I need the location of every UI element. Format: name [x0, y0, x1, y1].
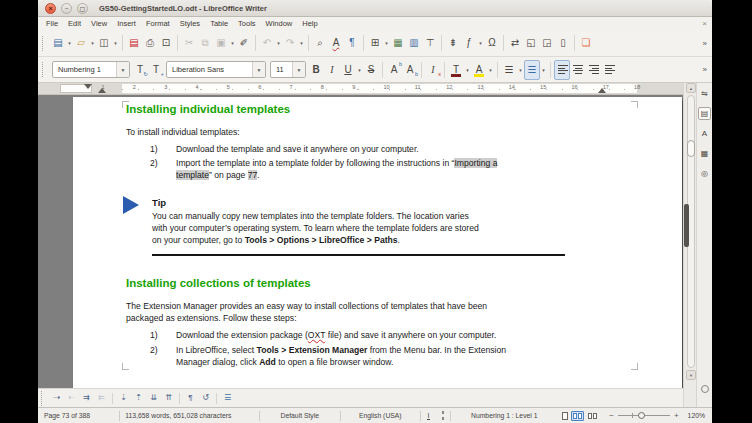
font-color-dropdown[interactable]: ▾ [464, 67, 471, 73]
sidebar-settings-icon[interactable]: ⇋ [698, 87, 711, 100]
save-dropdown[interactable]: ▾ [112, 40, 119, 46]
scroll-up-icon[interactable]: ▲ [686, 83, 696, 93]
paste-dropdown[interactable]: ▾ [229, 40, 236, 46]
menu-view[interactable]: View [86, 19, 112, 28]
formatting-marks-icon[interactable]: ¶ [344, 33, 360, 53]
styles-tab-icon[interactable]: A [698, 127, 711, 140]
unordered-list-dropdown[interactable]: ▾ [517, 67, 524, 73]
insert-table-icon[interactable]: ⊞ [367, 33, 383, 53]
scrollbar-thumb[interactable] [687, 140, 695, 157]
menu-help[interactable]: Help [297, 19, 322, 28]
heading-installing-collections-of-templates[interactable]: Installing collections of templates [126, 277, 311, 289]
titlebar[interactable]: × − ◻ GS50-GettingStartedLO.odt - LibreO… [38, 0, 712, 17]
page-break-icon[interactable]: ⇟ [445, 33, 461, 53]
open-dropdown[interactable]: ▾ [89, 40, 96, 46]
insert-field-icon[interactable]: ƒ [461, 33, 477, 53]
zoom-in-icon[interactable]: + [674, 412, 679, 420]
strikethrough-icon[interactable]: S [363, 60, 379, 80]
align-left-icon[interactable] [554, 60, 570, 80]
zoom-out-icon[interactable]: − [609, 412, 614, 420]
update-style-icon[interactable]: T↻ [132, 60, 148, 80]
insert-table-dropdown[interactable]: ▾ [383, 40, 390, 46]
insert-image-icon[interactable]: ▦ [390, 33, 406, 53]
insert-mode-indicator[interactable]: I [421, 412, 437, 419]
formatting-toolbar-overflow-button[interactable]: » [703, 65, 709, 74]
right-indent-marker[interactable] [598, 88, 606, 93]
page-number-indicator[interactable]: Page 73 of 388 [38, 412, 119, 419]
language-indicator[interactable]: English (USA) [341, 412, 420, 419]
menu-window[interactable]: Window [261, 19, 298, 28]
menu-edit[interactable]: Edit [63, 19, 86, 28]
demote-with-subpoints-icon[interactable]: ⇉ [79, 391, 94, 406]
toolbar-grip[interactable] [41, 391, 45, 406]
paragraph-style-combobox[interactable]: Numbering 1 ▼ [52, 61, 130, 78]
restart-numbering-icon[interactable]: ↺ [198, 391, 213, 406]
superscript-icon[interactable]: Ab [386, 60, 402, 80]
numbered-list-item[interactable]: 2) Import the template into a template f… [150, 157, 497, 181]
underline-icon[interactable]: U [340, 60, 356, 80]
navigate-by-button[interactable] [701, 385, 709, 393]
close-document-icon[interactable]: × [702, 19, 707, 28]
insert-bookmark-icon[interactable]: ▯ [555, 33, 571, 53]
underline-dropdown[interactable]: ▾ [356, 67, 363, 73]
font-name-combobox[interactable]: Liberation Sans ▼ [166, 61, 266, 78]
book-view-icon[interactable] [587, 412, 598, 420]
left-indent-marker[interactable] [98, 88, 106, 93]
close-window-button[interactable]: × [45, 3, 56, 14]
paragraph-intro[interactable]: To install individual templates: [126, 126, 240, 138]
export-pdf-icon[interactable]: ▤ [126, 33, 142, 53]
chevron-down-icon[interactable]: ▼ [292, 62, 305, 77]
bullets-numbering-dialog-icon[interactable]: ☰ [220, 391, 235, 406]
font-color-icon[interactable]: T [448, 60, 464, 80]
insert-special-character-icon[interactable]: Ω [484, 33, 500, 53]
font-size-combobox[interactable]: 11 ▼ [270, 61, 306, 78]
navigator-tab-icon[interactable]: ◎ [698, 167, 711, 180]
new-document-icon[interactable]: ▤ [50, 33, 66, 53]
menu-insert[interactable]: Insert [112, 19, 141, 28]
menu-styles[interactable]: Styles [175, 19, 205, 28]
zoom-percent-indicator[interactable]: 120% [685, 412, 712, 419]
properties-tab-icon[interactable]: ▤ [698, 107, 711, 120]
zoom-slider-knob[interactable] [638, 412, 645, 419]
zoom-slider[interactable]: − + [603, 411, 684, 420]
numbered-list-item[interactable]: 1) Download the extension package (OXT f… [150, 329, 496, 341]
open-icon[interactable]: ▱ [73, 33, 89, 53]
paragraph-collections[interactable]: The Extension Manager provides an easy w… [126, 300, 487, 324]
undo-dropdown[interactable]: ▾ [275, 40, 282, 46]
new-document-dropdown[interactable]: ▾ [66, 40, 73, 46]
find-replace-icon[interactable]: ⌕ [312, 33, 328, 53]
save-icon[interactable]: ◫ [96, 33, 112, 53]
move-up-icon[interactable]: ⇡ [131, 391, 146, 406]
insert-field-dropdown[interactable]: ▾ [477, 40, 484, 46]
move-up-with-subpoints-icon[interactable]: ⇈ [161, 391, 176, 406]
vertical-scrollbar[interactable]: ▲ ▼ [683, 83, 696, 407]
menu-tools[interactable]: Tools [233, 19, 261, 28]
gallery-tab-icon[interactable]: ▦ [698, 147, 711, 160]
document-page[interactable]: Installing individual templates To insta… [73, 97, 682, 388]
insert-chart-icon[interactable]: ▥ [406, 33, 422, 53]
move-down-icon[interactable]: ⇣ [116, 391, 131, 406]
minimize-window-button[interactable]: − [61, 3, 72, 14]
insert-hyperlink-icon[interactable]: ⇄ [507, 33, 523, 53]
maximize-window-button[interactable]: ◻ [77, 3, 88, 14]
single-page-view-icon[interactable] [562, 412, 568, 420]
demote-one-level-icon[interactable]: ⇢ [49, 391, 64, 406]
bold-icon[interactable]: B [308, 60, 324, 80]
ordered-list-dropdown[interactable]: ▾ [540, 67, 547, 73]
chevron-down-icon[interactable]: ▼ [116, 62, 129, 77]
overlay-scroll-indicator[interactable] [684, 204, 689, 247]
heading-installing-individual-templates[interactable]: Installing individual templates [126, 103, 290, 115]
tip-label[interactable]: Tip [152, 197, 166, 208]
redo-dropdown[interactable]: ▾ [298, 40, 305, 46]
align-center-icon[interactable] [570, 60, 586, 80]
insert-comment-icon[interactable]: ❏ [578, 33, 594, 53]
menu-table[interactable]: Table [205, 19, 233, 28]
clear-formatting-icon[interactable]: Ix [425, 60, 441, 80]
clone-formatting-icon[interactable]: ✐ [236, 33, 252, 53]
move-down-with-subpoints-icon[interactable]: ⇊ [146, 391, 161, 406]
outline-level-indicator[interactable]: Numbering 1 : Level 1 [451, 412, 557, 419]
numbered-list-item[interactable]: 1) Download the template and save it any… [150, 143, 419, 155]
insert-endnote-icon[interactable]: ◲ [539, 33, 555, 53]
word-count-indicator[interactable]: 113,658 words, 651,028 characters [119, 412, 258, 419]
tip-paragraph[interactable]: You can manually copy new templates into… [152, 210, 479, 246]
